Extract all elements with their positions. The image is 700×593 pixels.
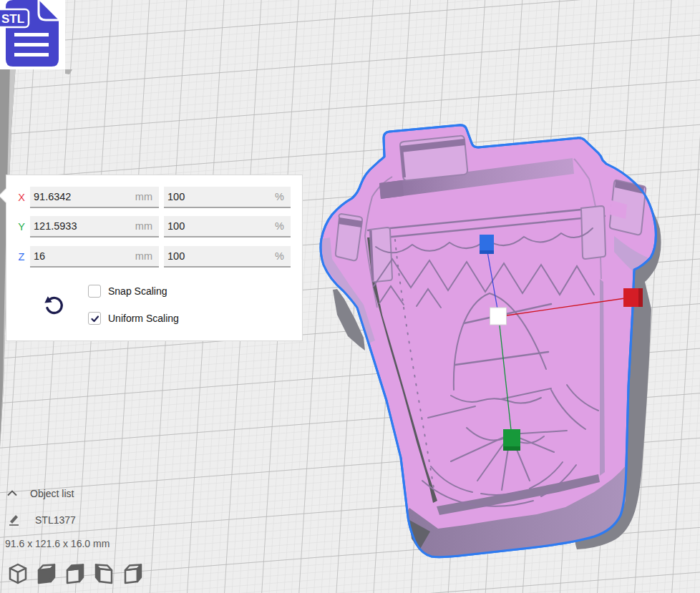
view-3d-button[interactable] [8, 562, 28, 586]
scale-handle-y[interactable] [503, 429, 520, 451]
scale-x-percent-field: % [164, 187, 291, 208]
view-front-button[interactable] [37, 562, 57, 586]
scale-z-percent-unit: % [275, 246, 284, 266]
chevron-up-icon [6, 489, 18, 499]
scale-z-percent-field: % [164, 246, 291, 268]
checkmark-icon [89, 313, 100, 324]
scale-z-mm-unit: mm [135, 246, 152, 266]
view-top-button[interactable] [65, 562, 85, 586]
scale-y-percent-input[interactable] [164, 216, 291, 236]
slicer-app: { "app": { "description": "3D slicer vie… [0, 0, 700, 593]
snap-scaling-checkbox[interactable] [88, 285, 101, 298]
axis-label-x: X [16, 187, 27, 208]
scale-z-mm-field: mm [30, 246, 159, 268]
scale-x-percent-unit: % [275, 187, 284, 207]
pencil-icon [9, 513, 21, 526]
view-left-button[interactable] [94, 562, 114, 586]
scale-y-mm-field: mm [30, 216, 159, 237]
scale-y-percent-field: % [164, 216, 291, 237]
scale-x-percent-input[interactable] [164, 187, 291, 207]
uniform-scaling-checkbox[interactable] [88, 312, 101, 325]
scale-handle-center[interactable] [490, 308, 507, 325]
object-item-label: STL1377 [35, 514, 76, 526]
scale-handle-x[interactable] [623, 288, 643, 307]
scale-y-percent-unit: % [275, 216, 284, 236]
stl-file-icon: STL [0, 0, 65, 69]
model-dimensions-label: 91.6 x 121.6 x 16.0 mm [5, 538, 110, 549]
axis-label-z: Z [16, 246, 27, 268]
reset-scale-button[interactable] [42, 293, 67, 317]
scale-handle-z[interactable] [480, 235, 494, 254]
scale-x-mm-unit: mm [135, 187, 152, 207]
scale-x-mm-field: mm [30, 187, 159, 208]
scale-tool-panel: X mm % Y mm % Z mm % Snap Scalin [6, 175, 303, 341]
stl-badge-label: STL [1, 12, 24, 26]
scale-z-percent-input[interactable] [164, 246, 291, 266]
uniform-scaling-label: Uniform Scaling [108, 313, 179, 325]
scale-y-mm-unit: mm [135, 216, 152, 236]
view-right-button[interactable] [123, 562, 143, 586]
object-list-title: Object list [30, 488, 74, 499]
snap-scaling-label: Snap Scaling [108, 285, 167, 298]
axis-label-y: Y [16, 216, 27, 237]
